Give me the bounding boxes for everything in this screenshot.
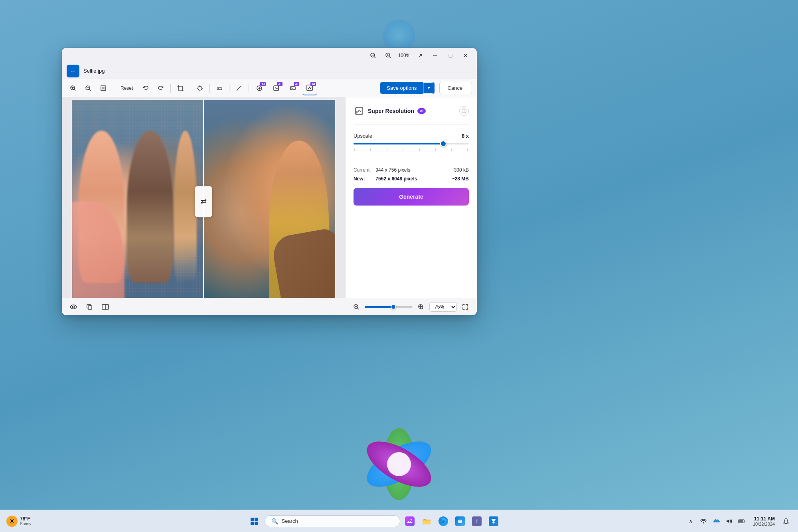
tray-chevron-icon[interactable]: ∧ [685,516,696,527]
toolbar-separator-5 [229,84,229,93]
save-options-button[interactable]: Save options [380,82,423,94]
zoom-percent-display: 100% [397,53,411,58]
bottom-zoom-slider[interactable] [365,306,413,308]
maximize-window-button[interactable]: □ [444,50,457,61]
svg-line-41 [358,308,359,309]
notification-icon[interactable] [780,516,792,527]
svg-rect-37 [88,306,92,309]
taskbar-teams-icon[interactable]: T [470,514,484,528]
image-container: ⇄ [72,100,335,298]
bottom-zoom-fill [365,306,393,308]
toolbar-separator-4 [209,84,210,93]
compare-button[interactable] [99,301,111,313]
taskbar: ☀ 78°F Sunny 🔍 Search [0,510,798,532]
tick-6 [435,148,436,151]
ai-badge-2: AI [277,82,282,86]
taskbar-snipping-icon[interactable] [486,514,501,528]
tick-8 [467,148,468,151]
super-resolution-ai-button[interactable]: AI [302,81,317,95]
bottom-zoom-thumb[interactable] [391,304,396,310]
taskbar-right: ∧ [685,515,792,527]
face-tan [174,131,197,283]
zoom-select[interactable]: 75% 50% 100% [429,302,457,312]
upscale-label: Upscale [354,133,372,139]
generative-fill-ai-button[interactable]: AI [269,81,283,95]
window-chrome-top: 100% ↗ ─ □ ✕ [62,48,477,63]
fit-to-window-button[interactable] [97,82,110,95]
eye-tool-button[interactable] [67,301,79,313]
weather-icon: ☀ [6,516,18,527]
zoom-out-toolbar-button[interactable] [82,82,95,95]
slider-thumb[interactable] [440,140,446,147]
weather-info: 78°F Sunny [20,516,31,526]
toolbar-separator-6 [249,84,249,93]
tray-volume-icon[interactable] [723,516,735,527]
svg-point-6 [387,452,411,476]
reset-button[interactable]: Reset [117,84,137,93]
search-bar-icon: 🔍 [271,518,278,524]
save-options-dropdown-button[interactable]: ▾ [423,83,434,93]
svg-point-23 [198,86,202,90]
svg-rect-49 [423,520,431,524]
adjust-button[interactable] [194,82,206,95]
title-bar: ← Selfie.jpg [62,63,477,79]
app-window: 100% ↗ ─ □ ✕ ← Selfie.jpg [62,48,477,315]
remove-bg-ai-button[interactable]: AI [252,81,267,95]
taskbar-store-icon[interactable] [453,514,467,528]
win-square-2 [255,518,258,521]
tray-network-icon[interactable] [698,516,709,527]
teams-icon: T [472,516,482,526]
redo-button[interactable] [154,82,167,95]
toolbar-separator-2 [170,84,171,93]
edge-icon [439,516,448,526]
split-handle[interactable]: ⇄ [195,186,212,217]
zoom-in-toolbar-button[interactable] [67,82,79,95]
file-explorer-icon [422,516,431,526]
taskbar-photos-icon[interactable] [403,514,417,528]
windows-logo-icon [251,518,258,525]
svg-line-19 [89,89,91,91]
zoom-in-window-button[interactable] [382,50,395,61]
photos-icon [405,516,415,526]
upscale-section: Upscale 8 x [354,133,469,151]
copy-button[interactable] [83,301,95,313]
crop-button[interactable] [174,82,187,95]
tick-1 [354,148,355,151]
cancel-button[interactable]: Cancel [439,82,472,94]
tick-4 [403,148,403,151]
svg-line-11 [389,57,391,58]
zoom-out-bottom-button[interactable] [350,301,362,313]
svg-point-47 [411,519,412,520]
svg-rect-28 [217,88,222,90]
fullscreen-button[interactable]: ↗ [414,50,427,61]
panel-header: Super Resolution AI ⓘ [354,105,469,117]
taskbar-file-explorer-icon[interactable] [419,514,434,528]
close-window-button[interactable]: ✕ [459,50,472,61]
search-bar[interactable]: 🔍 Search [265,515,400,527]
section-divider-2 [354,159,469,159]
background-ai-button[interactable]: AI [286,81,300,95]
generate-button[interactable]: Generate [354,188,469,206]
tray-battery-icon[interactable] [736,516,747,527]
undo-button[interactable] [139,82,152,95]
zoom-out-window-button[interactable] [367,50,379,61]
super-resolution-icon [354,105,365,117]
taskbar-edge-icon[interactable] [436,514,450,528]
fullscreen-bottom-button[interactable] [459,301,471,313]
minimize-window-button[interactable]: ─ [429,50,442,61]
back-button[interactable]: ← [67,65,79,77]
tick-5 [419,148,420,151]
info-button[interactable]: ⓘ [459,106,469,116]
clock[interactable]: 11:11 AM 10/22/2024 [751,515,777,527]
tray-onedrive-icon[interactable] [711,516,722,527]
upscale-slider[interactable] [354,143,469,144]
draw-button[interactable] [233,82,245,95]
tick-2 [370,148,371,151]
zoom-in-bottom-button[interactable] [415,301,427,313]
ai-badge: AI [260,82,266,86]
image-panel: ⇄ [62,97,345,298]
new-pixels: 7552 x 6048 pixels [375,176,447,182]
erase-button[interactable] [213,82,226,95]
bottom-bar: 75% 50% 100% [62,298,477,315]
start-button[interactable] [246,513,262,529]
